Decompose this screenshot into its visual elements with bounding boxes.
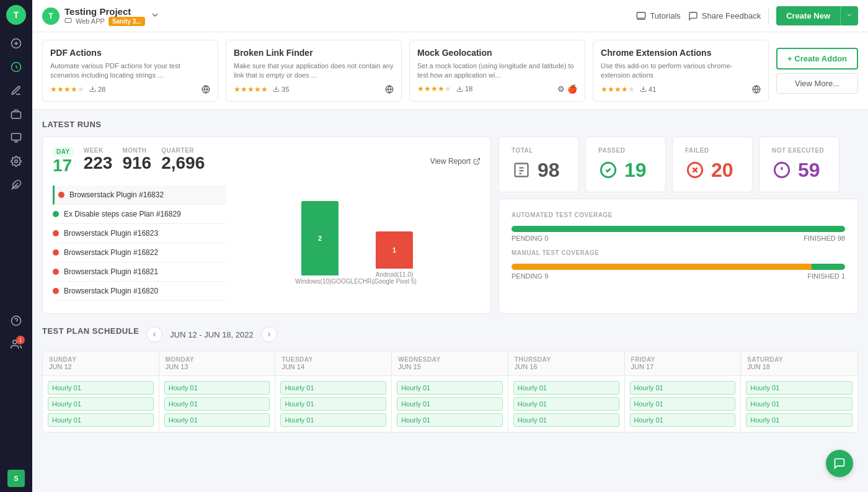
run-item-5[interactable]: Browserstack Plugin #16820 — [53, 282, 226, 301]
view-more-button[interactable]: View More... — [776, 73, 858, 94]
addon-actions: + Create Addon View More... — [776, 40, 858, 102]
sidebar-icon-pen[interactable] — [6, 81, 26, 101]
event-item-5-2[interactable]: Hourly 01 — [630, 413, 736, 427]
stat-week: WEEK 223 — [84, 147, 113, 176]
stat-week-value: 223 — [84, 154, 113, 173]
event-item-6-2[interactable]: Hourly 01 — [746, 413, 852, 427]
event-item-5-1[interactable]: Hourly 01 — [630, 397, 736, 411]
schedule-days: SUNDAYJUN 12Hourly 01Hourly 01Hourly 01M… — [43, 351, 857, 432]
not-executed-number: 59 — [798, 159, 820, 182]
total-icon — [512, 160, 531, 180]
event-item-0-2[interactable]: Hourly 01 — [48, 413, 154, 427]
schedule-date-range: JUN 12 - JUN 18, 2022 — [170, 330, 253, 339]
view-report-link[interactable]: View Report — [430, 147, 480, 176]
event-item-4-2[interactable]: Hourly 01 — [513, 413, 619, 427]
project-sub: Web APP Sanity 3... — [64, 17, 145, 26]
run-dot-0 — [58, 192, 64, 198]
run-item-3[interactable]: Browserstack Plugin #16822 — [53, 243, 226, 262]
automated-finished-value: 98 — [838, 235, 845, 242]
day-col-2: TUESDAYJUN 14Hourly 01Hourly 01Hourly 01 — [275, 351, 392, 432]
passed-icon — [598, 160, 618, 180]
sidebar-logo[interactable]: T — [6, 5, 26, 25]
sidebar-icon-dashboard[interactable] — [6, 57, 26, 77]
run-item-0[interactable]: Browserstack Plugin #16832 — [53, 186, 226, 205]
event-item-1-2[interactable]: Hourly 01 — [164, 413, 270, 427]
topbar-right: Tutorials Share Feedback Create New — [636, 6, 858, 25]
sidebar-icon-question[interactable] — [6, 311, 26, 331]
event-item-3-0[interactable]: Hourly 01 — [397, 381, 503, 395]
create-new-button[interactable]: Create New — [776, 6, 840, 25]
day-header-0: SUNDAYJUN 12 — [43, 351, 159, 376]
addon-pdf-footer: ★★★★★ 28 — [50, 85, 210, 94]
feedback-icon — [688, 11, 698, 21]
stat-quarter-value: 2,696 — [161, 154, 205, 173]
tutorials-label: Tutorials — [650, 11, 680, 20]
event-item-4-1[interactable]: Hourly 01 — [513, 397, 619, 411]
event-item-2-0[interactable]: Hourly 01 — [280, 381, 386, 395]
addon-broken-link-desc: Make sure that your application does not… — [234, 61, 394, 81]
day-date-6: JUN 18 — [747, 363, 851, 370]
run-item-1[interactable]: Ex Disable steps case Plan #16829 — [53, 205, 226, 224]
sidebar-icon-extensions[interactable] — [6, 175, 26, 195]
event-item-5-0[interactable]: Hourly 01 — [630, 381, 736, 395]
svg-rect-5 — [12, 133, 21, 140]
globe-icon2 — [385, 85, 394, 94]
sidebar-icon-settings[interactable] — [6, 151, 26, 171]
automated-coverage-title: AUTOMATED TEST COVERAGE — [512, 212, 845, 218]
sidebar-icon-team[interactable]: 1 — [6, 334, 26, 354]
addon-geo-footer: ★★★★★ 18 ⚙ 🍎 — [417, 84, 577, 94]
content-area: LATEST RUNS DAY 17 WEEK 223 MONTH 916 — [32, 110, 868, 442]
schedule-section: TEST PLAN SCHEDULE JUN 12 - JUN 18, 2022… — [42, 326, 858, 432]
schedule-prev-button[interactable] — [146, 326, 162, 342]
addon-geo-downloads: 18 — [456, 85, 472, 92]
event-item-2-2[interactable]: Hourly 01 — [280, 413, 386, 427]
create-new-dropdown-button[interactable] — [840, 6, 858, 25]
schedule-next-button[interactable] — [261, 326, 277, 342]
run-dot-5 — [53, 288, 59, 294]
svg-rect-14 — [65, 19, 71, 23]
event-item-1-0[interactable]: Hourly 01 — [164, 381, 270, 395]
feedback-button[interactable]: Share Feedback — [688, 11, 761, 21]
topbar-left: T Testing Project Web APP Sanity 3... — [42, 6, 160, 26]
stat-card-total: TOTAL 98 — [498, 136, 579, 192]
bar-group-1: 1 Android(11.0) (Google Pixel 5) — [370, 231, 419, 285]
sidebar-icon-add[interactable] — [6, 34, 26, 53]
chevron-right-icon — [265, 331, 273, 338]
manual-progress-bar — [512, 264, 845, 270]
event-item-6-0[interactable]: Hourly 01 — [746, 381, 852, 395]
schedule-grid: SUNDAYJUN 12Hourly 01Hourly 01Hourly 01M… — [42, 351, 858, 432]
total-label: TOTAL — [512, 147, 566, 154]
run-item-2[interactable]: Browserstack Plugin #16823 — [53, 224, 226, 243]
addon-pdf-platform — [202, 85, 210, 94]
manual-coverage-labels: PENDING 9 FINISHED 1 — [512, 272, 845, 280]
day-col-6: SATURDAYJUN 18Hourly 01Hourly 01Hourly 0… — [741, 351, 857, 432]
topbar-divider — [768, 9, 769, 24]
event-item-1-1[interactable]: Hourly 01 — [164, 397, 270, 411]
event-item-2-1[interactable]: Hourly 01 — [280, 397, 386, 411]
event-item-0-1[interactable]: Hourly 01 — [48, 397, 154, 411]
addon-broken-link-title: Broken Link Finder — [234, 48, 394, 58]
run-item-4[interactable]: Browserstack Plugin #16821 — [53, 262, 226, 282]
event-item-3-1[interactable]: Hourly 01 — [397, 397, 503, 411]
passed-number: 19 — [624, 159, 647, 182]
failed-value-row: 20 — [685, 159, 740, 182]
stat-day: DAY 17 — [53, 147, 74, 176]
day-name-4: THURSDAY — [515, 356, 618, 363]
sidebar-icon-briefcase[interactable] — [6, 104, 26, 124]
event-item-0-0[interactable]: Hourly 01 — [48, 381, 154, 395]
addon-geo-desc: Set a mock location (using longitude and… — [417, 61, 577, 81]
sidebar-icon-monitor[interactable] — [6, 128, 26, 148]
stat-day-value: 17 — [53, 156, 74, 176]
automated-progress-fill — [512, 226, 845, 232]
day-header-5: FRIDAYJUN 17 — [625, 351, 741, 376]
event-item-3-2[interactable]: Hourly 01 — [397, 413, 503, 427]
sidebar-user-avatar[interactable]: S — [7, 470, 25, 487]
run-dot-3 — [53, 249, 59, 256]
tutorials-button[interactable]: Tutorials — [636, 11, 680, 21]
create-addon-button[interactable]: + Create Addon — [776, 48, 858, 69]
chat-button[interactable] — [826, 450, 853, 477]
event-item-4-0[interactable]: Hourly 01 — [513, 381, 619, 395]
project-chevron-icon[interactable] — [150, 10, 160, 22]
event-item-6-1[interactable]: Hourly 01 — [746, 397, 852, 411]
addon-pdf: PDF Actions Automate various PDF actions… — [42, 40, 218, 102]
